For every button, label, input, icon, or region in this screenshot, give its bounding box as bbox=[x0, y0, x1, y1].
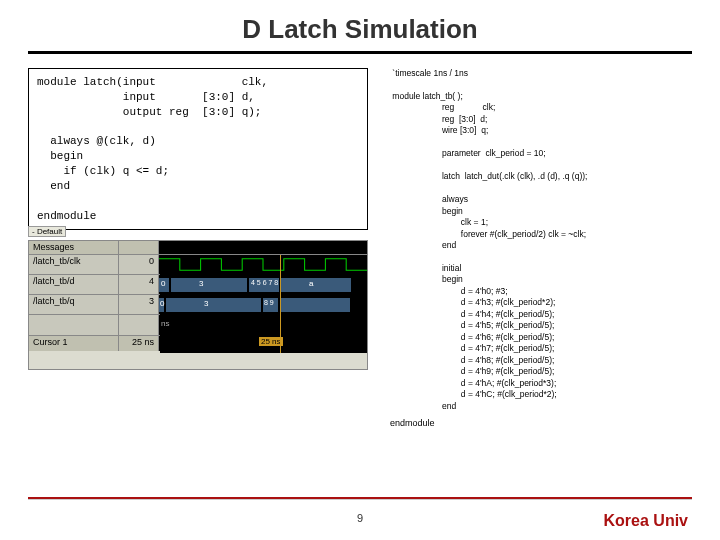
cursor-time: 25 ns bbox=[119, 336, 159, 351]
waveform-wrapper: - Default Messages /latch_tb/clk 0 bbox=[28, 240, 368, 370]
content-area: module latch(input clk, input [3:0] d, o… bbox=[0, 68, 720, 428]
left-column: module latch(input clk, input [3:0] d, o… bbox=[28, 68, 368, 428]
signal-plot-q: 0 3 8 9 bbox=[159, 295, 367, 314]
module-code-box: module latch(input clk, input [3:0] d, o… bbox=[28, 68, 368, 230]
q-val-0: 0 bbox=[160, 299, 164, 308]
signal-name-q[interactable]: /latch_tb/q bbox=[29, 295, 119, 314]
signal-val-clk: 0 bbox=[119, 255, 159, 274]
title-underline bbox=[28, 51, 692, 54]
signal-plot-d: 0 3 4 5 6 7 8 a bbox=[159, 275, 367, 294]
endmodule-label: endmodule bbox=[386, 418, 692, 428]
slide-title: D Latch Simulation bbox=[0, 0, 720, 51]
wave-row-q: /latch_tb/q 3 0 3 8 9 bbox=[29, 295, 367, 315]
signal-val-q: 3 bbox=[119, 295, 159, 314]
wave-row-clk: /latch_tb/clk 0 bbox=[29, 255, 367, 275]
university-label: Korea Univ bbox=[604, 512, 688, 530]
cursor-label[interactable]: Cursor 1 bbox=[29, 336, 119, 351]
waveform-viewer[interactable]: Messages /latch_tb/clk 0 /latch_tb/d bbox=[28, 240, 368, 370]
signal-name-d[interactable]: /latch_tb/d bbox=[29, 275, 119, 294]
right-column: `timescale 1ns / 1ns module latch_tb( );… bbox=[386, 68, 692, 428]
cursor-line[interactable] bbox=[280, 255, 281, 353]
q-val-2: 8 9 bbox=[264, 299, 274, 306]
d-val-2: 4 5 6 7 8 bbox=[251, 279, 278, 286]
header-plot bbox=[159, 241, 367, 254]
footer-shadow bbox=[28, 499, 692, 500]
d-val-3: a bbox=[309, 279, 313, 288]
default-button[interactable]: - Default bbox=[28, 226, 66, 237]
d-val-0: 0 bbox=[161, 279, 165, 288]
wave-footer: Cursor 1 25 ns 25 ns bbox=[29, 335, 367, 351]
signal-plot-clk bbox=[159, 255, 367, 274]
d-val-1: 3 bbox=[199, 279, 203, 288]
wave-header: Messages bbox=[29, 241, 367, 255]
signal-val-d: 4 bbox=[119, 275, 159, 294]
wave-row-d: /latch_tb/d 4 0 3 4 5 6 7 8 a bbox=[29, 275, 367, 295]
messages-label: Messages bbox=[29, 241, 119, 254]
signal-name-clk[interactable]: /latch_tb/clk bbox=[29, 255, 119, 274]
header-val bbox=[119, 241, 159, 254]
q-val-1: 3 bbox=[204, 299, 208, 308]
tick-ns: ns bbox=[161, 319, 169, 328]
testbench-code-box: `timescale 1ns / 1ns module latch_tb( );… bbox=[386, 68, 692, 412]
